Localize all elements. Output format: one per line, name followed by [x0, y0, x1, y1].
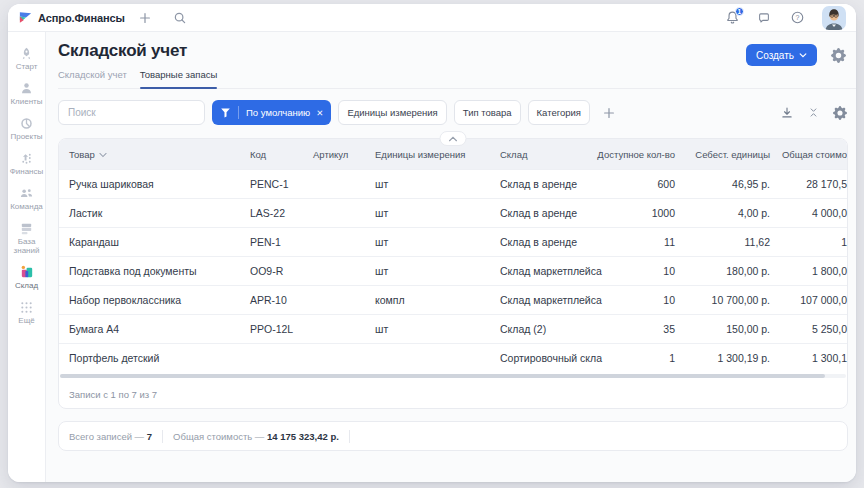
knowledge-icon: [19, 220, 34, 236]
column-header-3[interactable]: Единицы измерения: [365, 149, 490, 160]
summary-item-1: Общая стоимость — 14 175 323,42 р.: [173, 431, 339, 442]
sidebar-item-team[interactable]: Команда: [8, 185, 46, 211]
search-input[interactable]: [58, 100, 205, 125]
table-settings-gear-icon[interactable]: [833, 106, 847, 120]
sidebar-item-label: База знаний: [8, 237, 46, 255]
main-content: Складской учет Создать Складской учетТов…: [46, 32, 856, 482]
tab-1[interactable]: Товарные запасы: [140, 69, 218, 88]
sidebar-item-label: Финансы: [10, 167, 44, 176]
column-header-1[interactable]: Код: [240, 149, 303, 160]
sidebar-item-label: Склад: [15, 281, 38, 290]
sidebar-item-label: Ещё: [18, 316, 34, 325]
cell-5-7: 5 250,0: [770, 323, 847, 335]
column-header-2[interactable]: Артикул: [303, 149, 365, 160]
cell-0-1: PENC-1: [240, 178, 303, 190]
cell-1-3: шт: [365, 207, 490, 219]
cell-1-5: 1000: [594, 207, 675, 219]
avatar[interactable]: [822, 6, 846, 30]
table-row[interactable]: Набор первоклассникаAPR-10комплСклад мар…: [59, 285, 847, 314]
page-header: Складской учет Создать: [58, 40, 848, 62]
cell-0-3: шт: [365, 178, 490, 190]
cell-6-6: 1 300,19 р.: [675, 352, 770, 364]
cell-1-1: LAS-22: [240, 207, 303, 219]
column-header-6[interactable]: Себест. единицы: [675, 149, 770, 160]
column-header-0[interactable]: Товар: [59, 149, 240, 160]
table-row[interactable]: Подставка под документыOO9-RштСклад марк…: [59, 256, 847, 285]
table-row[interactable]: ЛастикLAS-22штСклад в аренде10004,00 р.4…: [59, 198, 847, 227]
records-info: Записи с 1 по 7 из 7: [59, 380, 847, 408]
cell-2-5: 11: [594, 236, 675, 248]
add-filter-icon[interactable]: [602, 106, 616, 120]
sidebar-item-finance[interactable]: Финансы: [8, 150, 46, 176]
collapse-rows-icon[interactable]: [808, 107, 819, 118]
scrollbar-thumb[interactable]: [60, 374, 825, 378]
help-icon[interactable]: ?: [790, 10, 805, 25]
sidebar-item-warehouse[interactable]: Склад: [8, 264, 46, 290]
app-window: Аспро.Финансы 1 ? СтартКлиентыПроектыФин…: [8, 4, 856, 482]
remove-filter-icon[interactable]: ✕: [316, 108, 323, 118]
summary-bar: Всего записей — 7Общая стоимость — 14 17…: [58, 421, 848, 451]
page-title: Складской учет: [58, 40, 187, 62]
filter-button-1[interactable]: Тип товара: [454, 100, 521, 125]
cell-4-6: 10 700,00 р.: [675, 294, 770, 306]
cell-2-7: 1: [770, 236, 847, 248]
active-filter-label: По умолчанию: [246, 107, 310, 118]
cell-2-6: 11,62: [675, 236, 770, 248]
sidebar-item-projects[interactable]: Проекты: [8, 115, 46, 141]
notifications-bell-icon[interactable]: 1: [725, 10, 740, 25]
column-header-5[interactable]: Доступное кол-во: [594, 149, 675, 160]
cell-1-6: 4,00 р.: [675, 207, 770, 219]
cell-3-6: 180,00 р.: [675, 265, 770, 277]
cell-4-1: APR-10: [240, 294, 303, 306]
cell-2-4: Склад в аренде: [490, 236, 594, 248]
sidebar-item-start[interactable]: Старт: [8, 45, 46, 71]
filter-button-0[interactable]: Единицы измерения: [338, 100, 446, 125]
table-row[interactable]: Портфель детскийСортировочный скла11 300…: [59, 343, 847, 372]
chat-icon[interactable]: [757, 11, 771, 25]
cell-5-4: Склад (2): [490, 323, 594, 335]
download-icon[interactable]: [780, 106, 794, 120]
cell-5-0: Бумага А4: [59, 323, 240, 335]
cell-3-3: шт: [365, 265, 490, 277]
collapse-table-button[interactable]: [440, 131, 467, 146]
add-icon[interactable]: [138, 11, 152, 25]
sidebar-item-clients[interactable]: Клиенты: [8, 80, 46, 106]
horizontal-scrollbar[interactable]: [59, 372, 847, 380]
sidebar-item-label: Команда: [10, 202, 43, 211]
warehouse-icon: [19, 264, 35, 280]
create-button-label: Создать: [756, 50, 794, 61]
cell-2-1: PEN-1: [240, 236, 303, 248]
create-button[interactable]: Создать: [746, 44, 817, 66]
app-logo-icon: [18, 10, 33, 25]
cell-0-6: 46,95 р.: [675, 178, 770, 190]
summary-divider: [349, 430, 350, 443]
cell-2-3: шт: [365, 236, 490, 248]
sidebar-item-label: Проекты: [10, 132, 42, 141]
active-filter-chip[interactable]: По умолчанию ✕: [212, 100, 331, 125]
cell-6-5: 1: [594, 352, 675, 364]
more-icon: [20, 299, 33, 315]
filter-button-2[interactable]: Категория: [528, 100, 590, 125]
chip-divider: [238, 106, 239, 119]
table-body: Ручка шариковаяPENC-1штСклад в аренде600…: [59, 169, 847, 372]
search-icon[interactable]: [173, 11, 187, 25]
sort-chevron-icon: [99, 152, 107, 158]
cell-1-0: Ластик: [59, 207, 240, 219]
cell-5-3: шт: [365, 323, 490, 335]
column-header-4[interactable]: Склад: [490, 149, 594, 160]
cell-3-0: Подставка под документы: [59, 265, 240, 277]
cell-3-5: 10: [594, 265, 675, 277]
cell-4-0: Набор первоклассника: [59, 294, 240, 306]
tab-0[interactable]: Складской учет: [58, 69, 127, 88]
sidebar-item-label: Старт: [16, 62, 38, 71]
page-settings-gear-icon[interactable]: [831, 48, 846, 63]
table-row[interactable]: КарандашPEN-1штСклад в аренде1111,621: [59, 227, 847, 256]
column-header-7[interactable]: Общая стоимо: [770, 149, 847, 160]
sidebar-item-knowledge[interactable]: База знаний: [8, 220, 46, 255]
table-row[interactable]: Бумага А4PPO-12LштСклад (2)35150,00 р.5 …: [59, 314, 847, 343]
cell-6-4: Сортировочный скла: [490, 352, 594, 364]
summary-item-0: Всего записей — 7: [69, 431, 152, 442]
table-row[interactable]: Ручка шариковаяPENC-1штСклад в аренде600…: [59, 169, 847, 198]
sidebar-item-more[interactable]: Ещё: [8, 299, 46, 325]
projects-icon: [19, 115, 34, 131]
